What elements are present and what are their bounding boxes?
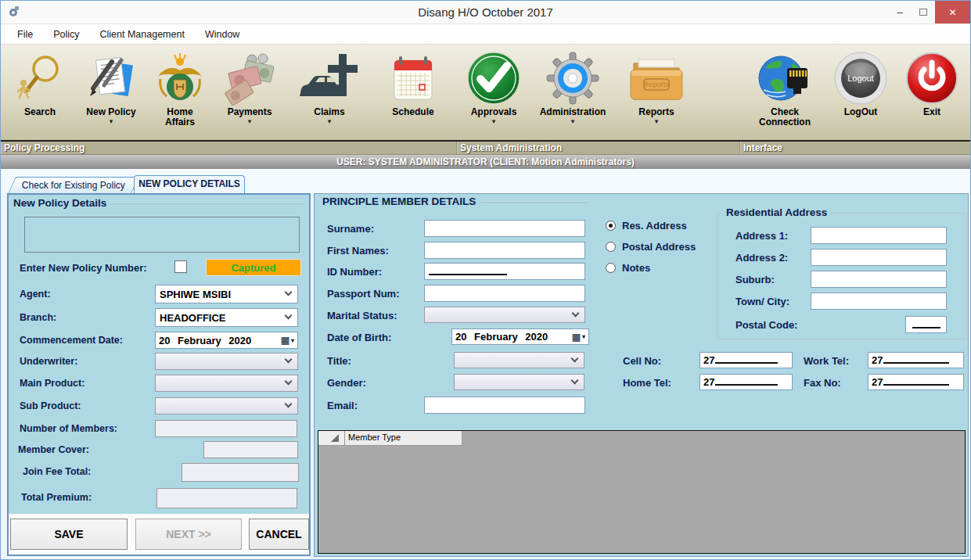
menu-file[interactable]: File bbox=[7, 26, 43, 43]
main-product-combo[interactable] bbox=[155, 375, 298, 392]
radio-button-icon bbox=[606, 263, 616, 273]
work-tel-input[interactable]: 27 bbox=[868, 352, 964, 368]
reports-icon-text: Reports bbox=[644, 81, 669, 88]
suburb-input[interactable] bbox=[811, 271, 947, 288]
input-mask bbox=[715, 357, 778, 364]
toolbar-label: Administration bbox=[540, 107, 606, 117]
schedule-icon bbox=[387, 48, 439, 106]
payments-icon bbox=[224, 48, 275, 106]
surname-input[interactable] bbox=[424, 220, 585, 237]
passport-num-input[interactable] bbox=[424, 285, 585, 302]
toolbar-label: LogOut bbox=[844, 107, 878, 117]
toolbar-payments-button[interactable]: Payments ▾ bbox=[212, 46, 287, 124]
toolbar-label: Schedule bbox=[392, 107, 433, 117]
section-policy-processing[interactable]: Policy Processing bbox=[1, 142, 457, 154]
toolbar-new-policy-button[interactable]: New Policy ▾ bbox=[74, 46, 148, 124]
cell-no-value: 27 bbox=[703, 354, 714, 366]
member-cover-input[interactable] bbox=[203, 441, 298, 458]
total-premium-input[interactable] bbox=[156, 488, 297, 508]
toolbar-label: New Policy bbox=[86, 107, 135, 117]
administration-icon bbox=[545, 48, 600, 106]
cell-no-input[interactable]: 27 bbox=[699, 352, 793, 368]
chevron-down-icon bbox=[285, 289, 293, 296]
agent-combo[interactable]: SPHIWE MSIBI bbox=[155, 285, 298, 303]
first-names-input[interactable] bbox=[424, 242, 585, 259]
section-system-administration[interactable]: System Administration bbox=[457, 142, 740, 154]
menu-client-management[interactable]: Client Management bbox=[90, 26, 195, 43]
id-number-input[interactable] bbox=[424, 263, 585, 280]
home-tel-input[interactable]: 27 bbox=[699, 374, 793, 390]
section-interface[interactable]: Interface bbox=[740, 142, 970, 154]
toolbar-check-connection-button[interactable]: Check Connection bbox=[746, 46, 823, 127]
toolbar-reports-button[interactable]: Reports Reports ▾ bbox=[613, 46, 700, 124]
commencement-date-picker[interactable]: 20 February 2020 ▦ ▾ bbox=[155, 332, 298, 349]
toolbar-label: Exit bbox=[923, 107, 940, 117]
radio-res-address[interactable]: Res. Address bbox=[606, 220, 687, 232]
toolbar-approvals-button[interactable]: Approvals ▾ bbox=[455, 46, 533, 124]
chevron-down-icon bbox=[285, 400, 293, 408]
toolbar-label: Payments bbox=[228, 107, 272, 117]
fax-no-input[interactable]: 27 bbox=[868, 374, 964, 390]
town-city-label: Town/ City: bbox=[735, 296, 789, 307]
grid-row-selector-header[interactable] bbox=[318, 431, 345, 446]
grid-column-header-member-type[interactable]: Member Type bbox=[345, 431, 462, 446]
date-of-birth-label: Date of Birth: bbox=[327, 332, 391, 343]
input-mask bbox=[883, 357, 949, 364]
address2-input[interactable] bbox=[811, 249, 947, 266]
next-button[interactable]: NEXT >> bbox=[135, 519, 242, 550]
title-combo[interactable] bbox=[454, 352, 584, 368]
dropdown-indicator-icon: ▾ bbox=[291, 337, 294, 344]
radio-notes[interactable]: Notes bbox=[606, 262, 650, 274]
menu-policy[interactable]: Policy bbox=[43, 26, 89, 43]
tab-new-policy-details[interactable]: NEW POLICY DETAILS bbox=[134, 175, 245, 193]
marital-status-combo[interactable] bbox=[424, 307, 585, 323]
policy-number-display-box[interactable] bbox=[24, 217, 300, 253]
search-icon bbox=[15, 48, 65, 106]
logout-icon-text: Logout bbox=[847, 74, 874, 83]
logout-icon: Logout bbox=[833, 48, 888, 106]
new-policy-icon bbox=[85, 48, 137, 106]
email-input[interactable] bbox=[424, 397, 585, 414]
section-bar: Policy Processing System Administration … bbox=[1, 142, 970, 155]
radio-postal-address[interactable]: Postal Address bbox=[606, 241, 696, 253]
chevron-down-icon bbox=[571, 376, 579, 384]
underwriter-combo[interactable] bbox=[155, 353, 298, 370]
gender-combo[interactable] bbox=[454, 374, 584, 390]
panel-title: New Policy Details bbox=[13, 197, 106, 209]
close-icon[interactable]: ✕ bbox=[935, 1, 970, 23]
branch-combo[interactable]: HEADOFFICE bbox=[155, 308, 298, 327]
toolbar-home-affairs-button[interactable]: Home Affairs bbox=[148, 46, 212, 127]
home-tel-label: Home Tel: bbox=[623, 377, 671, 389]
enter-new-policy-checkbox[interactable] bbox=[174, 260, 187, 273]
sub-product-combo[interactable] bbox=[155, 397, 298, 415]
spacer bbox=[1, 169, 970, 175]
address1-input[interactable] bbox=[811, 227, 947, 244]
save-button[interactable]: SAVE bbox=[10, 519, 128, 550]
check-connection-icon bbox=[757, 48, 812, 106]
town-city-input[interactable] bbox=[811, 293, 947, 310]
input-mask bbox=[715, 379, 778, 386]
toolbar-claims-button[interactable]: Claims ▾ bbox=[287, 46, 372, 124]
work-tel-label: Work Tel: bbox=[804, 355, 849, 367]
date-of-birth-picker[interactable]: 20 February 2020 ▦ ▾ bbox=[451, 328, 589, 345]
toolbar-logout-button[interactable]: Logout LogOut bbox=[823, 46, 898, 117]
reports-icon: Reports bbox=[623, 48, 690, 106]
menu-window[interactable]: Window bbox=[195, 26, 250, 43]
minimize-icon[interactable]: – bbox=[888, 1, 912, 23]
toolbar-administration-button[interactable]: Administration ▾ bbox=[533, 46, 613, 124]
gender-label: Gender: bbox=[327, 377, 366, 389]
number-of-members-input[interactable] bbox=[155, 420, 297, 437]
maximize-icon[interactable] bbox=[912, 1, 935, 23]
input-mask bbox=[912, 321, 940, 328]
toolbar-exit-button[interactable]: Exit bbox=[898, 46, 966, 117]
postal-code-input[interactable] bbox=[905, 316, 947, 333]
captured-button[interactable]: Captured bbox=[206, 259, 301, 276]
cancel-button[interactable]: CANCEL bbox=[249, 519, 309, 550]
toolbar-schedule-button[interactable]: Schedule bbox=[372, 46, 455, 117]
member-grid[interactable]: Member Type bbox=[318, 430, 966, 554]
join-fee-total-input[interactable] bbox=[182, 463, 299, 482]
toolbar-search-button[interactable]: Search bbox=[5, 46, 74, 117]
approvals-icon bbox=[466, 48, 521, 106]
tab-check-existing-policy[interactable]: Check for Existing Policy bbox=[8, 177, 138, 193]
dropdown-indicator-icon: ▾ bbox=[248, 118, 252, 124]
